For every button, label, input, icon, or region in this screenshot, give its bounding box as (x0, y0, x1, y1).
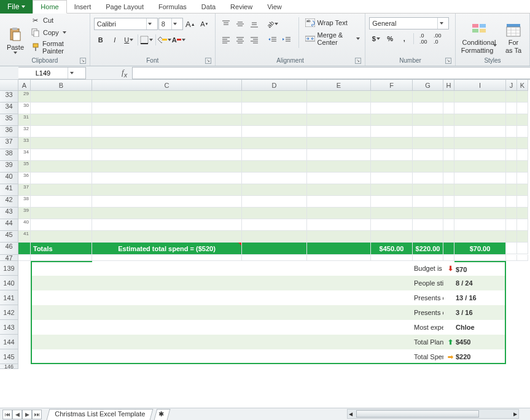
cell[interactable] (443, 305, 454, 320)
cell[interactable] (92, 349, 242, 364)
horizontal-scrollbar[interactable]: ◀ ▶ (347, 409, 519, 419)
cell[interactable] (307, 91, 371, 103)
cell[interactable] (443, 276, 454, 290)
cell[interactable]: Chloe (454, 320, 506, 335)
cell[interactable] (517, 255, 528, 261)
cell[interactable] (242, 231, 307, 243)
home-tab[interactable]: Home (33, 0, 66, 14)
cell[interactable] (506, 138, 517, 149)
cell[interactable] (371, 290, 413, 305)
cell[interactable] (31, 184, 92, 196)
cell[interactable] (242, 243, 307, 255)
sheet-nav-last[interactable]: ⏭ (32, 410, 42, 419)
cell[interactable] (517, 231, 528, 243)
cell[interactable] (31, 196, 92, 208)
cell[interactable] (31, 114, 92, 126)
cell[interactable] (242, 335, 307, 349)
cell[interactable] (506, 114, 517, 126)
cell[interactable]: 33 (0, 91, 18, 103)
cell[interactable] (307, 161, 371, 173)
cell[interactable] (18, 276, 31, 290)
cell[interactable]: I (454, 80, 506, 91)
cell[interactable] (506, 320, 517, 335)
decrease-decimal-button[interactable]: .00.0 (431, 32, 444, 45)
cell[interactable] (443, 126, 454, 138)
cell[interactable] (454, 255, 506, 261)
cell[interactable]: J (506, 80, 517, 91)
cell[interactable]: 140 (0, 276, 18, 290)
cell[interactable] (92, 208, 242, 219)
increase-indent-button[interactable] (280, 33, 294, 47)
cell[interactable] (371, 138, 413, 149)
cell[interactable] (92, 161, 242, 173)
cell[interactable] (307, 243, 371, 255)
cell[interactable]: 34 (18, 149, 31, 161)
cell[interactable] (31, 276, 92, 290)
cell[interactable]: D (242, 80, 307, 91)
cell[interactable]: 32 (18, 126, 31, 138)
cell[interactable] (371, 103, 413, 114)
cell[interactable] (413, 184, 443, 196)
cell[interactable] (443, 103, 454, 114)
cell[interactable] (371, 255, 413, 261)
font-dialog-launcher[interactable]: ↘ (205, 58, 211, 64)
align-middle-button[interactable] (233, 17, 247, 31)
cell[interactable] (443, 91, 454, 103)
paste-button[interactable]: Paste (4, 15, 27, 54)
cell[interactable] (517, 261, 528, 276)
cell[interactable] (371, 149, 413, 161)
cell[interactable] (413, 196, 443, 208)
cell[interactable]: 141 (0, 290, 18, 305)
cell[interactable]: A (18, 80, 31, 91)
cell[interactable] (92, 255, 242, 261)
cell[interactable] (517, 276, 528, 290)
cell[interactable]: 3 / 16 (454, 305, 506, 320)
cell[interactable]: 43 (0, 208, 18, 219)
cell[interactable] (18, 255, 31, 261)
cell[interactable] (454, 184, 506, 196)
font-name-combo[interactable]: Calibri (94, 18, 158, 30)
cell[interactable] (242, 320, 307, 335)
name-box[interactable] (18, 67, 86, 79)
wrap-text-button[interactable]: abWrap Text (304, 17, 362, 28)
cell[interactable] (92, 196, 242, 208)
cell[interactable] (506, 126, 517, 138)
cell[interactable] (18, 320, 31, 335)
cell[interactable] (92, 91, 242, 103)
cell[interactable] (307, 103, 371, 114)
formula-input[interactable] (132, 67, 530, 79)
cell[interactable]: K (517, 80, 528, 91)
cell[interactable] (307, 114, 371, 126)
cell[interactable] (443, 184, 454, 196)
cell[interactable]: 33 (18, 138, 31, 149)
cell[interactable] (506, 173, 517, 184)
cell[interactable] (443, 196, 454, 208)
cell[interactable] (31, 349, 92, 364)
sheet-tab[interactable]: Christmas List Excel Template (47, 409, 154, 420)
cell[interactable] (31, 261, 92, 276)
cell[interactable] (242, 149, 307, 161)
cell[interactable] (454, 149, 506, 161)
cell[interactable] (517, 184, 528, 196)
merge-center-button[interactable]: Merge & Center (304, 31, 362, 47)
cell[interactable] (443, 255, 454, 261)
cell[interactable] (31, 335, 92, 349)
cell[interactable] (371, 91, 413, 103)
cell[interactable] (31, 91, 92, 103)
alignment-dialog-launcher[interactable]: ↘ (355, 58, 361, 64)
cell[interactable] (371, 335, 413, 349)
cell[interactable] (454, 114, 506, 126)
cell[interactable] (242, 173, 307, 184)
cell[interactable]: Estimated total spend = ($520) (92, 243, 242, 255)
cell[interactable] (413, 138, 443, 149)
cell[interactable] (92, 261, 242, 276)
cell[interactable] (92, 114, 242, 126)
cell[interactable] (242, 91, 307, 103)
cell[interactable] (31, 126, 92, 138)
cell[interactable] (18, 290, 31, 305)
italic-button[interactable]: I (108, 33, 122, 47)
cell[interactable] (31, 173, 92, 184)
cell[interactable]: 42 (0, 196, 18, 208)
cell[interactable] (31, 208, 92, 219)
cell[interactable] (517, 320, 528, 335)
